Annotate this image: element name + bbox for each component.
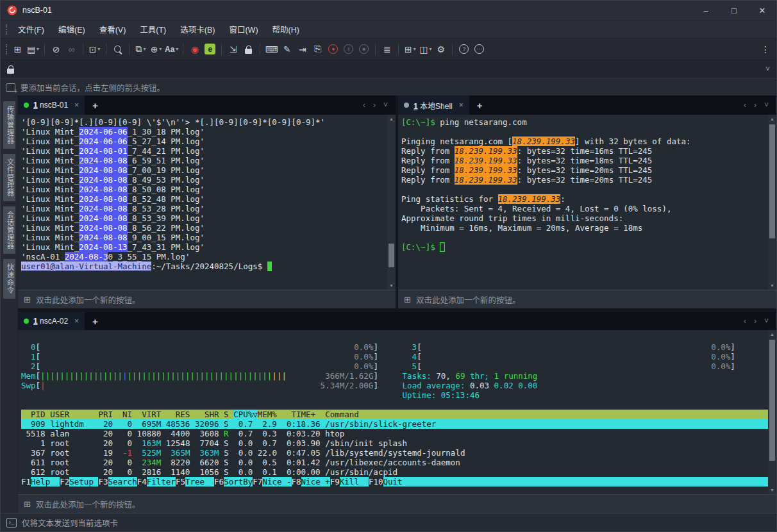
session-properties-icon[interactable]: ⊡▾: [88, 42, 101, 57]
settings-gear-icon[interactable]: ⚙: [434, 42, 447, 57]
menu-item-2[interactable]: 查看(V): [92, 21, 133, 38]
pause-icon[interactable]: ‖: [342, 42, 355, 57]
toolbar-separator: [83, 44, 83, 55]
highlight-pen-icon[interactable]: ✎: [280, 42, 294, 57]
send-text-icon[interactable]: ›_: [6, 518, 17, 528]
record-icon[interactable]: ●: [326, 42, 340, 57]
sidebar-tab-1[interactable]: 文件管理器: [3, 154, 15, 201]
tab-local-shell[interactable]: 1 本地Shell ×: [398, 96, 469, 115]
new-tab-button[interactable]: +: [85, 96, 106, 115]
new-tab-button[interactable]: +: [469, 96, 490, 115]
scroll-down-icon[interactable]: ▼: [770, 281, 774, 290]
notes-pane-icon[interactable]: ≣: [380, 42, 394, 57]
close-tab-icon[interactable]: ×: [459, 101, 464, 110]
add-current-session-icon[interactable]: [6, 83, 15, 92]
terminal-line: [C:\~]$ ping netsarang.com: [401, 117, 768, 127]
terminal-line: 'Linux Mint_2024-08-08_8_49_53 PM.log': [21, 175, 387, 185]
new-terminal-icon[interactable]: ⧉▾: [134, 42, 147, 57]
close-tab-icon[interactable]: ×: [74, 101, 79, 110]
open-session-icon-dropdown: ▾: [37, 46, 39, 52]
tab-scroll-right-icon[interactable]: ›: [373, 101, 376, 110]
toolbar-overflow-icon[interactable]: ⋮: [758, 44, 773, 54]
font-icon[interactable]: Aa▾: [165, 42, 178, 57]
scroll-down-icon[interactable]: ▼: [389, 281, 394, 290]
app-logo-icon: [7, 5, 17, 15]
terminal-line: Mem[||||||||||||||||||||||||||||||||||||…: [21, 371, 768, 381]
tab-scroll-left-icon[interactable]: ‹: [744, 101, 746, 110]
scroll-down-icon[interactable]: ▼: [770, 486, 774, 494]
quick-command-bar[interactable]: ⊞ 双击此处添加一个新的按钮。: [18, 494, 776, 513]
quick-command-input[interactable]: [21, 60, 759, 78]
tab-list-icon[interactable]: ˅: [764, 317, 769, 326]
status-bar: ›_ 仅将文本发送到当前选项卡: [1, 513, 776, 531]
tab-scroll-right-icon[interactable]: ›: [754, 317, 756, 326]
encoding-icon[interactable]: ⊕▾: [149, 42, 163, 57]
menu-item-5[interactable]: 窗口(W): [222, 21, 265, 38]
terminal-line: 'Linux Mint_2024-06-06_5_27_14 PM.log': [21, 137, 387, 146]
open-session-icon[interactable]: ▤▾: [26, 42, 40, 57]
menu-item-1[interactable]: 编辑(E): [51, 21, 92, 38]
toolbar-drag-handle[interactable]: [6, 44, 7, 54]
tab-list-icon[interactable]: ˅: [383, 101, 388, 110]
reconnect-icon[interactable]: ∞: [65, 42, 78, 57]
tab-nscB-01[interactable]: 1 nscB-01 ×: [18, 96, 85, 115]
find-icon[interactable]: [111, 42, 124, 57]
maximize-button[interactable]: □: [720, 1, 748, 20]
tab-scroll-left-icon[interactable]: ‹: [744, 317, 746, 326]
menu-drag-handle[interactable]: [6, 24, 7, 35]
lock-session-icon[interactable]: [242, 42, 255, 57]
close-tab-icon[interactable]: ×: [74, 317, 79, 326]
terminal-line: Reply from 18.239.199.33: bytes=32 time=…: [401, 146, 768, 156]
sidebar-tab-2[interactable]: 会话管理器: [3, 206, 15, 254]
terminal-line: 'Linux Mint_2024-08-08_8_53_39 PM.log': [21, 213, 387, 223]
scrollbar[interactable]: ▲ ▼: [387, 115, 396, 290]
window-title: nscB-01: [22, 6, 52, 15]
fullscreen-icon[interactable]: ⇲: [226, 42, 240, 57]
quick-command-bar[interactable]: ⊞ 双击此处添加一个新的按钮。: [398, 290, 776, 308]
xftp-icon[interactable]: e: [203, 42, 217, 57]
disconnect-icon[interactable]: ⊘: [49, 42, 63, 57]
minimize-button[interactable]: –: [692, 1, 720, 20]
feedback-icon[interactable]: ⋯: [472, 42, 486, 57]
scrollbar-thumb[interactable]: [769, 124, 775, 238]
terminal-line: 'Linux Mint_2024-06-06_1_30_18 PM.log': [21, 127, 387, 137]
xshell-icon[interactable]: ◉: [188, 42, 201, 57]
new-tab-button[interactable]: +: [85, 312, 106, 330]
sidebar-tab-0[interactable]: 传输管理器: [3, 101, 15, 149]
scrollbar[interactable]: ▲ ▼: [768, 115, 776, 290]
terminal-nscB-01[interactable]: '[0-9][0-9]*[.][0-9][0-9] \'$'\n''> *[.]…: [18, 115, 387, 290]
compose-bar-icon[interactable]: ⌨: [265, 42, 278, 57]
stop-icon[interactable]: ■: [357, 42, 371, 57]
tab-list-icon[interactable]: ˅: [764, 101, 769, 110]
menu-item-4[interactable]: 选项卡(B): [173, 21, 222, 38]
scrollbar-thumb[interactable]: [388, 244, 394, 267]
terminal-line: [21, 333, 768, 342]
scroll-up-icon[interactable]: ▲: [389, 115, 394, 123]
terminal-line: [401, 233, 768, 242]
quick-command-bar[interactable]: ⊞ 双击此处添加一个新的按钮。: [18, 290, 396, 308]
menu-item-0[interactable]: 文件(F): [11, 21, 51, 38]
terminal-nscA-02-htop[interactable]: 0[ 0.0%] 3[ 0.0%] 1[: [18, 330, 768, 494]
close-button[interactable]: ✕: [748, 1, 776, 20]
tab-nscA-02[interactable]: 1 nscA-02 ×: [18, 312, 85, 330]
terminal-line: F1Help F2Setup F3SearchF4FilterF5Tree F6…: [21, 477, 768, 486]
scrollbar-thumb[interactable]: [769, 340, 775, 461]
chevron-down-icon[interactable]: ˅: [765, 65, 770, 74]
terminal-local-shell[interactable]: [C:\~]$ ping netsarang.com Pinging netsa…: [398, 115, 768, 290]
help-icon[interactable]: ?: [457, 42, 471, 57]
logging-icon[interactable]: ⇥: [296, 42, 309, 57]
scroll-up-icon[interactable]: ▲: [770, 330, 774, 338]
script-icon[interactable]: ⎘: [311, 42, 324, 57]
scrollbar[interactable]: ▲ ▼: [768, 330, 776, 494]
terminal-line: PID USER PRI NI VIRT RES SHR S CPU%▽MEM%…: [21, 410, 768, 419]
sidebar-tab-3[interactable]: 快速命令: [3, 259, 15, 299]
new-session-icon[interactable]: ⊞: [11, 42, 24, 57]
scroll-up-icon[interactable]: ▲: [770, 115, 774, 123]
tab-scroll-right-icon[interactable]: ›: [754, 101, 756, 110]
tab-scroll-left-icon[interactable]: ‹: [363, 101, 365, 110]
pane-local-shell: 1 本地Shell × + ‹ › ˅ [C:\~]$ ping netsara…: [398, 96, 776, 308]
menu-item-6[interactable]: 帮助(H): [265, 21, 306, 38]
new-tab-icon[interactable]: ⊞▾: [403, 42, 417, 57]
menu-item-3[interactable]: 工具(T): [133, 21, 173, 38]
tile-layout-icon[interactable]: ◫▾: [419, 42, 432, 57]
